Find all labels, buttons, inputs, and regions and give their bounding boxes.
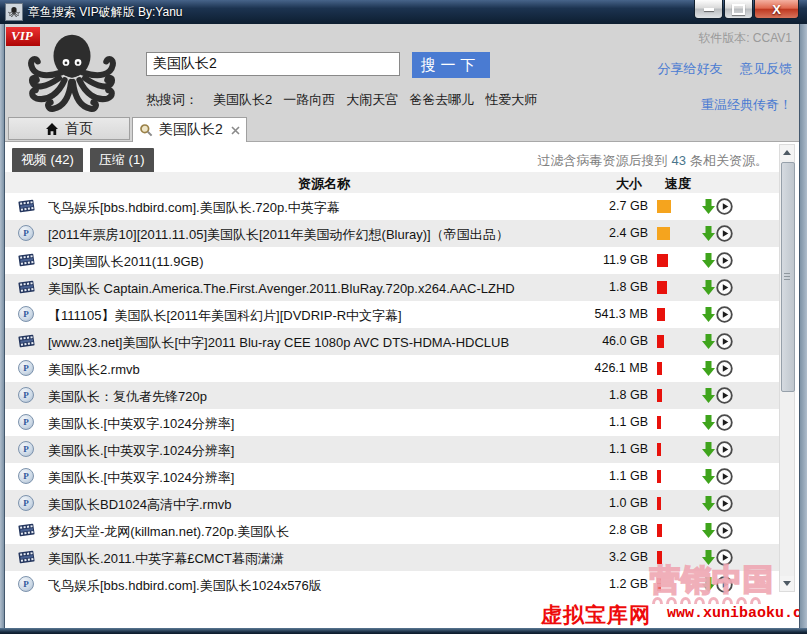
resource-size: 1.0 GB — [554, 496, 648, 510]
play-icon[interactable] — [716, 225, 733, 246]
play-icon[interactable] — [716, 441, 733, 462]
resource-size: 11.9 GB — [554, 253, 648, 267]
play-icon[interactable] — [716, 495, 733, 516]
table-row[interactable]: P 美国队长.[中英双字.1024分辨率] 1.1 GB — [4, 463, 779, 490]
close-button[interactable]: X — [754, 0, 799, 19]
table-row[interactable]: P 飞鸟娱乐[bbs.hdbird.com].美国队长.720p.中英字幕 2.… — [4, 193, 779, 220]
resource-name[interactable]: 美国队长.2011.中英字幕£CMCT暮雨潇潇 — [48, 550, 553, 568]
play-icon[interactable] — [716, 252, 733, 273]
resource-name[interactable]: [3D]美国队长2011(11.9GB) — [48, 253, 553, 271]
play-icon[interactable] — [716, 576, 733, 597]
hot-word[interactable]: 一路向西 — [283, 91, 335, 109]
feedback-link[interactable]: 意见反馈 — [740, 61, 792, 76]
table-row[interactable]: P 美国队长BD1024高清中字.rmvb 1.0 GB — [4, 490, 779, 517]
table-row[interactable]: P 美国队长.[中英双字.1024分辨率] 1.1 GB — [4, 409, 779, 436]
filter-video-button[interactable]: 视频 (42) — [12, 148, 83, 173]
play-icon[interactable] — [716, 279, 733, 300]
minimize-button[interactable] — [694, 0, 723, 19]
download-icon[interactable] — [702, 415, 715, 434]
hot-word[interactable]: 大闹天宫 — [346, 91, 398, 109]
scrollbar-thumb[interactable] — [781, 162, 795, 392]
promo-link[interactable]: 重温经典传奇！ — [643, 96, 792, 114]
table-row[interactable]: P 美国队长 Captain.America.The.First.Avenger… — [4, 274, 779, 301]
resource-name[interactable]: 【111105】美国队长[2011年美国科幻片][DVDRIP-R中文字幕] — [48, 307, 553, 325]
search-input[interactable] — [146, 52, 400, 76]
tab-home[interactable]: 首页 — [8, 117, 130, 140]
play-icon[interactable] — [716, 468, 733, 489]
download-icon[interactable] — [702, 442, 715, 461]
download-icon[interactable] — [702, 199, 715, 218]
resource-name[interactable]: 美国队长：复仇者先锋720p — [48, 388, 553, 406]
table-row[interactable]: P [www.23.net]美国队长[中字]2011 Blu-ray CEE 1… — [4, 328, 779, 355]
hot-word[interactable]: 美国队长2 — [213, 91, 272, 109]
film-icon — [17, 521, 36, 539]
resource-name[interactable]: 美国队长.[中英双字.1024分辨率] — [48, 415, 553, 433]
resource-name[interactable]: 美国队长.[中英双字.1024分辨率] — [48, 469, 553, 487]
titlebar[interactable]: 章鱼搜索 VIP破解版 By:Yanu — [0, 0, 807, 24]
maximize-button[interactable] — [724, 0, 753, 19]
filter-archive-button[interactable]: 压缩 (1) — [90, 148, 154, 173]
result-summary: 过滤含病毒资源后搜到43条相关资源。 — [538, 152, 768, 170]
resource-name[interactable]: 美国队长.[中英双字.1024分辨率] — [48, 442, 553, 460]
speed-indicator-bar — [657, 389, 662, 402]
resource-size: 46.0 GB — [554, 334, 648, 348]
search-button[interactable]: 搜一下 — [412, 52, 490, 78]
resource-name[interactable]: 美国队长BD1024高清中字.rmvb — [48, 496, 553, 514]
p2p-icon: P — [18, 495, 34, 511]
scroll-down-button[interactable] — [780, 576, 794, 591]
vertical-scrollbar[interactable] — [779, 144, 795, 592]
play-icon[interactable] — [716, 198, 733, 219]
table-row[interactable]: P [3D]美国队长2011(11.9GB) 11.9 GB — [4, 247, 779, 274]
table-row[interactable]: P 飞鸟娱乐[bbs.hdbird.com].美国队长1024x576版 1.2… — [4, 571, 779, 598]
play-icon[interactable] — [716, 306, 733, 327]
table-row[interactable]: P [2011年票房10][2011.11.05]美国队长[2011年美国动作幻… — [4, 220, 779, 247]
resource-name[interactable]: 美国队长 Captain.America.The.First.Avenger.2… — [48, 280, 553, 298]
download-icon[interactable] — [702, 469, 715, 488]
play-icon[interactable] — [716, 387, 733, 408]
scroll-up-button[interactable] — [780, 145, 794, 160]
download-icon[interactable] — [702, 496, 715, 515]
table-row[interactable]: P 美国队长：复仇者先锋720p 1.8 GB — [4, 382, 779, 409]
download-icon[interactable] — [702, 361, 715, 380]
play-icon[interactable] — [716, 360, 733, 381]
table-row[interactable]: P 美国队长.[中英双字.1024分辨率] 1.1 GB — [4, 436, 779, 463]
hot-word[interactable]: 性爱大师 — [485, 91, 537, 109]
resource-name[interactable]: 梦幻天堂-龙网(killman.net).720p.美国队长 — [48, 523, 553, 541]
hot-word[interactable]: 爸爸去哪儿 — [409, 91, 474, 109]
download-icon[interactable] — [702, 577, 715, 596]
table-row[interactable]: P 美国队长2.rmvb 426.1 MB — [4, 355, 779, 382]
speed-indicator-bar — [657, 254, 668, 267]
resource-name[interactable]: 美国队长2.rmvb — [48, 361, 553, 379]
play-icon[interactable] — [716, 333, 733, 354]
play-icon[interactable] — [716, 522, 733, 543]
resource-name[interactable]: 飞鸟娱乐[bbs.hdbird.com].美国队长.720p.中英字幕 — [48, 199, 553, 217]
download-icon[interactable] — [702, 334, 715, 353]
download-icon[interactable] — [702, 523, 715, 542]
p2p-icon: P — [18, 306, 34, 322]
download-icon[interactable] — [702, 550, 715, 569]
download-icon[interactable] — [702, 226, 715, 245]
resource-name[interactable]: [2011年票房10][2011.11.05]美国队长[2011年美国动作幻想(… — [48, 226, 553, 244]
download-icon[interactable] — [702, 307, 715, 326]
resource-type-icon: P — [18, 414, 35, 431]
film-icon — [17, 332, 36, 350]
resource-type-icon: P — [18, 549, 35, 566]
table-row[interactable]: P 【111105】美国队长[2011年美国科幻片][DVDRIP-R中文字幕]… — [4, 301, 779, 328]
resource-name[interactable]: [www.23.net]美国队长[中字]2011 Blu-ray CEE 108… — [48, 334, 553, 352]
speed-indicator-bar — [657, 227, 670, 240]
share-link[interactable]: 分享给好友 — [657, 61, 722, 76]
download-icon[interactable] — [702, 253, 715, 272]
p2p-icon: P — [18, 576, 34, 592]
tab-close-icon[interactable] — [231, 126, 240, 135]
resource-type-icon: P — [18, 441, 35, 458]
p2p-icon: P — [18, 468, 34, 484]
table-row[interactable]: P 梦幻天堂-龙网(killman.net).720p.美国队长 2.8 GB — [4, 517, 779, 544]
resource-name[interactable]: 飞鸟娱乐[bbs.hdbird.com].美国队长1024x576版 — [48, 577, 553, 595]
play-icon[interactable] — [716, 414, 733, 435]
play-icon[interactable] — [716, 549, 733, 570]
tab-search-result[interactable]: 美国队长2 — [132, 117, 247, 142]
table-row[interactable]: P 美国队长.2011.中英字幕£CMCT暮雨潇潇 3.2 GB — [4, 544, 779, 571]
download-icon[interactable] — [702, 388, 715, 407]
download-icon[interactable] — [702, 280, 715, 299]
window-title: 章鱼搜索 VIP破解版 By:Yanu — [28, 4, 182, 21]
